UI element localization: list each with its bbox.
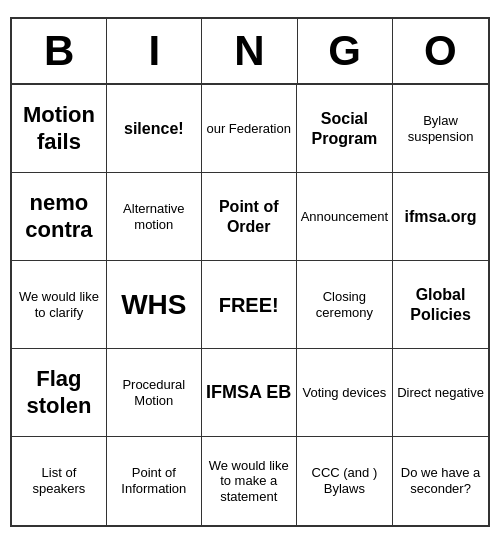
bingo-cell-23: CCC (and ) Bylaws [297, 437, 393, 525]
bingo-cell-19: Direct negative [393, 349, 488, 437]
bingo-cell-8: Announcement [297, 173, 393, 261]
bingo-cell-22: We would like to make a statement [202, 437, 297, 525]
bingo-letter-o: O [393, 19, 488, 83]
bingo-cell-2: our Federation [202, 85, 297, 173]
bingo-letter-n: N [202, 19, 297, 83]
bingo-cell-0: Motion fails [12, 85, 107, 173]
bingo-cell-4: Bylaw suspension [393, 85, 488, 173]
bingo-cell-6: Alternative motion [107, 173, 202, 261]
bingo-cell-9: ifmsa.org [393, 173, 488, 261]
bingo-letter-b: B [12, 19, 107, 83]
bingo-cell-11: WHS [107, 261, 202, 349]
bingo-cell-12: FREE! [202, 261, 297, 349]
bingo-cell-16: Procedural Motion [107, 349, 202, 437]
bingo-cell-21: Point of Information [107, 437, 202, 525]
bingo-cell-10: We would like to clarify [12, 261, 107, 349]
bingo-cell-17: IFMSA EB [202, 349, 297, 437]
bingo-cell-15: Flag stolen [12, 349, 107, 437]
bingo-cell-18: Voting devices [297, 349, 393, 437]
bingo-grid: Motion failssilence!our FederationSocial… [12, 85, 488, 525]
bingo-header: BINGO [12, 19, 488, 85]
bingo-cell-5: nemo contra [12, 173, 107, 261]
bingo-cell-1: silence! [107, 85, 202, 173]
bingo-cell-14: Global Policies [393, 261, 488, 349]
bingo-cell-20: List of speakers [12, 437, 107, 525]
bingo-cell-7: Point of Order [202, 173, 297, 261]
bingo-letter-g: G [298, 19, 393, 83]
bingo-cell-13: Closing ceremony [297, 261, 393, 349]
bingo-card: BINGO Motion failssilence!our Federation… [10, 17, 490, 527]
bingo-letter-i: I [107, 19, 202, 83]
bingo-cell-3: Social Program [297, 85, 393, 173]
bingo-cell-24: Do we have a seconder? [393, 437, 488, 525]
